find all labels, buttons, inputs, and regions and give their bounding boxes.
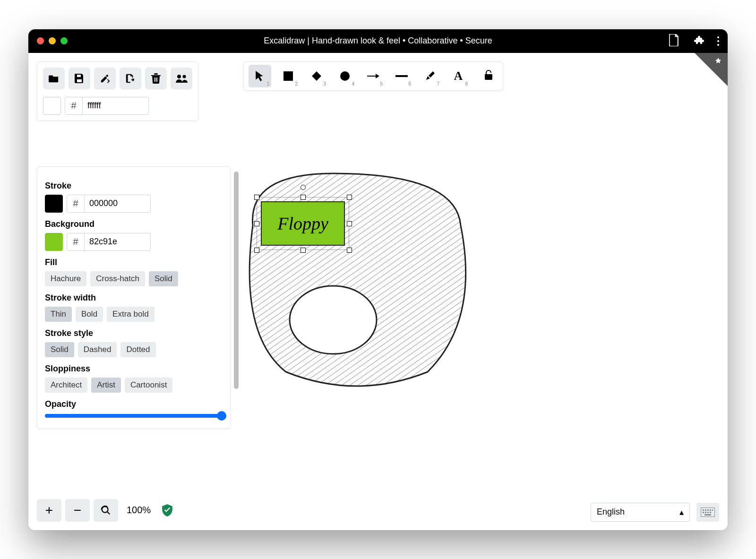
zoom-value: 100% xyxy=(127,505,151,516)
selected-shape[interactable]: Floppy xyxy=(261,201,345,246)
svg-rect-16 xyxy=(707,509,709,511)
file-icon[interactable] xyxy=(669,34,679,48)
hash-label: # xyxy=(65,97,83,115)
tool-text[interactable]: A8 xyxy=(447,65,470,87)
svg-rect-0 xyxy=(77,79,82,82)
hash-label: # xyxy=(67,233,85,251)
stroke-width-label: Stroke width xyxy=(45,293,223,303)
svg-rect-14 xyxy=(703,509,704,511)
clear-button[interactable] xyxy=(145,68,167,89)
handle-sw[interactable] xyxy=(254,248,259,253)
shape-text: Floppy xyxy=(277,213,328,234)
svg-rect-17 xyxy=(710,509,711,511)
open-button[interactable] xyxy=(43,68,65,89)
rotate-handle[interactable] xyxy=(301,185,306,190)
tool-arrow[interactable]: 5 xyxy=(362,65,385,87)
fill-cross-hatch[interactable]: Cross-hatch xyxy=(90,271,145,286)
svg-rect-7 xyxy=(312,71,321,81)
svg-rect-1 xyxy=(77,75,81,77)
background-label: Background xyxy=(45,219,223,229)
extension-icon[interactable] xyxy=(693,34,704,48)
handle-nw[interactable] xyxy=(254,195,259,200)
svg-point-4 xyxy=(177,75,181,78)
svg-rect-3 xyxy=(156,77,157,82)
tool-diamond[interactable]: 3 xyxy=(305,65,328,87)
window-title: Excalidraw | Hand-drawn look & feel • Co… xyxy=(28,36,728,46)
background-swatch[interactable] xyxy=(45,233,63,251)
svg-rect-6 xyxy=(284,71,293,81)
stroke-hex-input[interactable] xyxy=(85,195,151,213)
svg-point-5 xyxy=(183,75,186,78)
stroke-label: Stroke xyxy=(45,181,223,191)
handle-se[interactable] xyxy=(347,248,352,253)
edit-export-button[interactable] xyxy=(94,68,116,89)
tool-draw[interactable]: 7 xyxy=(419,65,441,87)
zoom-out-button[interactable]: − xyxy=(65,499,90,522)
app-window: Excalidraw | Hand-drawn look & feel • Co… xyxy=(28,29,728,530)
svg-rect-15 xyxy=(705,509,706,511)
chevron-up-icon: ▴ xyxy=(679,507,684,517)
stroke-swatch[interactable] xyxy=(45,195,63,213)
tool-selection[interactable]: 1 xyxy=(249,65,271,87)
stroke-style-dashed[interactable]: Dashed xyxy=(78,342,117,357)
app-content: # 1 2 3 4 5 6 7 A8 Stroke # xyxy=(28,53,728,530)
handle-ne[interactable] xyxy=(347,195,352,200)
stroke-width-extra-bold[interactable]: Extra bold xyxy=(107,307,155,322)
footer-right: English ▴ xyxy=(591,503,719,522)
properties-panel: Stroke # Background # Fill Hachure Cros xyxy=(37,166,231,429)
stroke-width-bold[interactable]: Bold xyxy=(76,307,103,322)
background-hex-input[interactable] xyxy=(85,233,151,251)
canvas-bg-swatch[interactable] xyxy=(43,97,61,115)
stroke-width-thin[interactable]: Thin xyxy=(45,307,72,322)
tool-rectangle[interactable]: 2 xyxy=(277,65,300,87)
handle-n[interactable] xyxy=(301,195,306,200)
virtual-keyboard-button[interactable] xyxy=(696,503,719,522)
export-button[interactable] xyxy=(120,68,141,89)
paint-icon xyxy=(713,57,724,68)
file-toolbar: # xyxy=(37,61,198,121)
lock-button[interactable] xyxy=(479,67,498,86)
sloppiness-label: Sloppiness xyxy=(45,364,223,374)
zoom-reset-button[interactable] xyxy=(94,499,118,522)
svg-rect-23 xyxy=(704,514,711,516)
sloppiness-cartoonist[interactable]: Cartoonist xyxy=(125,378,172,393)
kebab-menu-icon[interactable] xyxy=(717,36,719,46)
github-corner[interactable] xyxy=(695,53,728,86)
canvas[interactable]: Floppy xyxy=(239,169,489,402)
tool-ellipse[interactable]: 4 xyxy=(334,65,356,87)
zoom-in-button[interactable]: + xyxy=(37,499,61,522)
stroke-style-solid[interactable]: Solid xyxy=(45,342,74,357)
stroke-style-label: Stroke style xyxy=(45,328,223,338)
handle-e[interactable] xyxy=(347,221,352,226)
svg-rect-22 xyxy=(710,512,711,513)
svg-rect-2 xyxy=(155,77,155,82)
hash-label: # xyxy=(67,195,85,213)
panel-scrollbar[interactable] xyxy=(234,172,239,389)
shape-toolbar: 1 2 3 4 5 6 7 A8 xyxy=(243,61,503,91)
svg-rect-20 xyxy=(705,512,706,513)
canvas-bg-row: # xyxy=(43,97,192,115)
titlebar-actions xyxy=(669,34,719,48)
svg-point-8 xyxy=(340,71,350,81)
svg-rect-18 xyxy=(712,509,713,511)
opacity-label: Opacity xyxy=(45,399,223,409)
fill-solid[interactable]: Solid xyxy=(149,271,178,286)
opacity-slider[interactable] xyxy=(45,414,223,418)
language-select[interactable]: English ▴ xyxy=(591,503,690,522)
shield-icon xyxy=(162,504,172,516)
fill-label: Fill xyxy=(45,258,223,267)
titlebar: Excalidraw | Hand-drawn look & feel • Co… xyxy=(28,29,728,53)
svg-rect-19 xyxy=(703,512,704,513)
stroke-style-dotted[interactable]: Dotted xyxy=(120,342,155,357)
svg-rect-21 xyxy=(707,512,709,513)
sloppiness-artist[interactable]: Artist xyxy=(91,378,121,393)
canvas-bg-input[interactable] xyxy=(83,97,149,115)
fill-hachure[interactable]: Hachure xyxy=(45,271,86,286)
handle-w[interactable] xyxy=(254,221,259,226)
save-button[interactable] xyxy=(69,68,90,89)
sloppiness-architect[interactable]: Architect xyxy=(45,378,87,393)
language-value: English xyxy=(597,507,625,517)
tool-line[interactable]: 6 xyxy=(390,65,413,87)
collaborate-button[interactable] xyxy=(171,68,192,89)
handle-s[interactable] xyxy=(301,248,306,253)
